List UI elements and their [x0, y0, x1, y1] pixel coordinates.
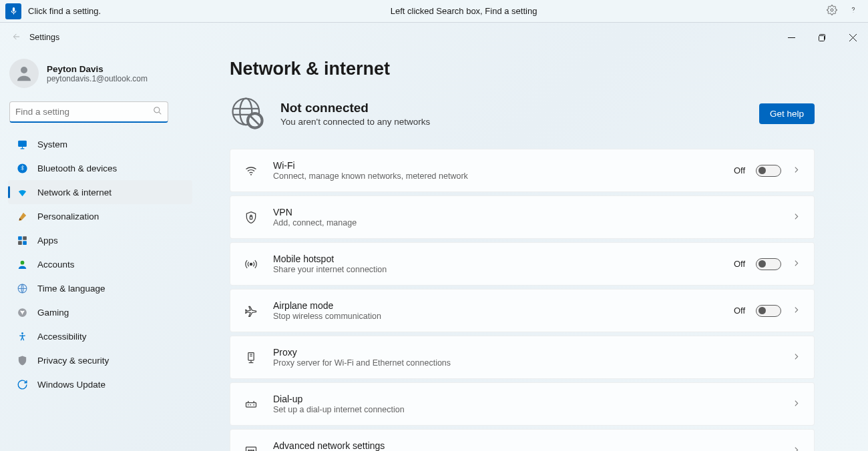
svg-point-13	[20, 260, 24, 264]
proxy-icon	[244, 351, 258, 364]
back-button[interactable]	[12, 32, 21, 43]
hotspot-toggle[interactable]	[756, 258, 781, 270]
user-block[interactable]: Peyton Davis peytondavis.1@outlook.com	[0, 57, 200, 97]
nav-privacy[interactable]: Privacy & security	[8, 348, 192, 372]
globe-disconnected-icon	[230, 95, 266, 131]
advanced-icon	[244, 444, 258, 452]
nav-bluetooth[interactable]: Bluetooth & devices	[8, 156, 192, 180]
card-title: VPN	[273, 207, 792, 217]
chevron-right-icon	[792, 259, 801, 270]
accessibility-icon	[16, 330, 28, 342]
nav: System Bluetooth & devices Network & int…	[0, 129, 200, 396]
nav-label: Personalization	[37, 211, 99, 221]
card-sub: Set up a dial-up internet connection	[273, 405, 792, 414]
svg-rect-12	[23, 241, 27, 245]
wifi-toggle[interactable]	[756, 165, 781, 177]
nav-label: Privacy & security	[37, 356, 109, 366]
airplane-icon	[244, 304, 258, 318]
nav-label: Bluetooth & devices	[37, 163, 117, 173]
maximize-icon	[819, 34, 826, 41]
chevron-right-icon	[792, 165, 801, 176]
status-subtitle: You aren't connected to any networks	[280, 117, 430, 127]
card-title: Mobile hotspot	[273, 254, 734, 264]
main-content: Network & internet Not connected You are…	[200, 52, 868, 451]
svg-point-27	[250, 404, 251, 406]
user-email: peytondavis.1@outlook.com	[47, 74, 148, 83]
wifi-icon	[244, 164, 258, 177]
close-button[interactable]	[837, 27, 868, 48]
mic-button[interactable]	[5, 3, 21, 19]
nav-update[interactable]: Windows Update	[8, 372, 192, 396]
search-box[interactable]	[9, 101, 168, 123]
person-icon	[14, 63, 34, 83]
nav-label: Apps	[37, 236, 58, 246]
apps-icon	[16, 234, 28, 246]
card-title: Dial-up	[273, 394, 792, 404]
mic-icon	[9, 7, 18, 15]
svg-rect-24	[248, 352, 254, 360]
card-sub: Stop wireless communication	[273, 312, 734, 321]
shield-icon	[16, 354, 28, 366]
user-name: Peyton Davis	[47, 64, 148, 74]
nav-label: Windows Update	[37, 380, 105, 390]
card-title: Proxy	[273, 347, 792, 358]
nav-time[interactable]: Time & language	[8, 276, 192, 300]
toggle-label: Off	[734, 306, 745, 316]
toggle-label: Off	[734, 165, 745, 175]
card-hotspot[interactable]: Mobile hotspotShare your internet connec…	[230, 242, 815, 286]
svg-point-5	[21, 67, 27, 73]
svg-rect-11	[18, 241, 22, 245]
get-help-button[interactable]: Get help	[759, 103, 815, 124]
titlebar: Settings	[0, 23, 868, 52]
close-icon	[849, 34, 857, 41]
chevron-right-icon	[792, 446, 801, 452]
system-icon	[16, 138, 28, 150]
search-input[interactable]	[15, 107, 153, 117]
help-icon[interactable]	[848, 5, 859, 17]
maximize-button[interactable]	[807, 27, 837, 48]
gaming-icon	[16, 306, 28, 318]
svg-point-0	[831, 9, 833, 11]
nav-label: Accessibility	[37, 332, 87, 342]
nav-personalization[interactable]: Personalization	[8, 204, 192, 228]
svg-point-21	[250, 173, 252, 175]
nav-network[interactable]: Network & internet	[8, 180, 192, 204]
card-title: Wi-Fi	[273, 160, 734, 171]
chevron-right-icon	[792, 352, 801, 363]
nav-accessibility[interactable]: Accessibility	[8, 324, 192, 348]
arrow-left-icon	[12, 32, 21, 41]
nav-system[interactable]: System	[8, 132, 192, 156]
status-title: Not connected	[280, 101, 430, 115]
card-dialup[interactable]: Dial-upSet up a dial-up internet connect…	[230, 382, 815, 426]
hotspot-icon	[244, 258, 258, 271]
search-icon	[153, 106, 162, 117]
gear-icon[interactable]	[827, 5, 837, 17]
sidebar: Peyton Davis peytondavis.1@outlook.com S…	[0, 52, 200, 451]
chevron-right-icon	[792, 212, 801, 223]
nav-gaming[interactable]: Gaming	[8, 300, 192, 324]
card-advanced[interactable]: Advanced network settingsView all networ…	[230, 429, 815, 451]
nav-label: Gaming	[37, 308, 69, 318]
card-sub: Connect, manage known networks, metered …	[273, 171, 734, 181]
airplane-toggle[interactable]	[756, 305, 781, 317]
bluetooth-icon	[16, 162, 28, 174]
card-wifi[interactable]: Wi-FiConnect, manage known networks, met…	[230, 149, 815, 192]
svg-point-26	[248, 404, 249, 406]
avatar	[9, 59, 39, 88]
card-proxy[interactable]: ProxyProxy server for Wi-Fi and Ethernet…	[230, 336, 815, 379]
assist-hint: Click find a setting.	[28, 6, 101, 16]
nav-label: Accounts	[37, 260, 75, 270]
card-vpn[interactable]: VPNAdd, connect, manage	[230, 195, 815, 239]
card-airplane[interactable]: Airplane modeStop wireless communication…	[230, 289, 815, 332]
minimize-button[interactable]	[776, 27, 807, 48]
card-sub: Share your internet connection	[273, 265, 734, 274]
nav-accounts[interactable]: Accounts	[8, 252, 192, 276]
nav-apps[interactable]: Apps	[8, 228, 192, 252]
svg-point-23	[250, 263, 252, 265]
vpn-icon	[244, 211, 258, 224]
account-icon	[16, 258, 28, 270]
svg-point-2	[853, 12, 854, 13]
card-sub: Proxy server for Wi-Fi and Ethernet conn…	[273, 358, 792, 368]
assist-status: Left clicked Search box, Find a setting	[101, 6, 827, 16]
chevron-right-icon	[792, 306, 801, 316]
